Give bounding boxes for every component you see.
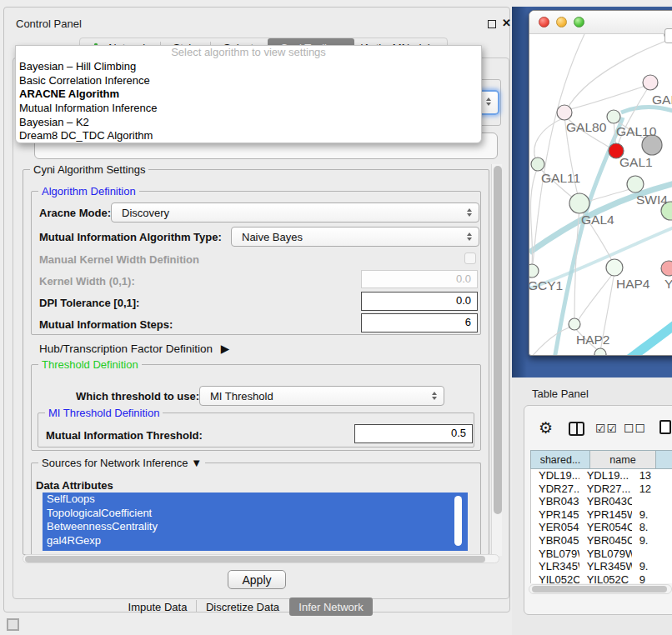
network-node[interactable] [607, 110, 620, 123]
dock-grip-icon[interactable] [7, 618, 19, 631]
data-attributes-list[interactable]: SelfLoops TopologicalCoefficient Between… [43, 492, 468, 551]
network-window-titlebar[interactable] [529, 11, 672, 34]
aracne-mode-label: Aracne Mode: [39, 207, 111, 219]
network-node[interactable] [569, 318, 580, 330]
node-label: GAL11 [541, 171, 580, 185]
manual-kernel-width-checkbox[interactable] [464, 252, 476, 264]
network-node[interactable] [594, 348, 606, 356]
table-row[interactable]: YDR27...YDR27...12 [531, 482, 672, 496]
table-row[interactable]: YBR043CYBR043C [531, 495, 672, 508]
network-node[interactable] [606, 259, 623, 276]
network-edge[interactable] [624, 322, 672, 356]
network-view-window[interactable]: GAL GAL80 GAL10 GAL1 GAL11 SWI4 GAL4 GCY… [529, 10, 672, 356]
combo-value: Discovery [122, 207, 169, 219]
mi-steps-label: Mutual Information Steps: [39, 318, 173, 331]
dropdown-item[interactable]: Dream8 DC_TDC Algorithm [16, 129, 481, 143]
network-node[interactable] [557, 105, 572, 120]
combo-arrows-icon [432, 392, 437, 400]
table-row[interactable]: YBR045CYBR045C9. [531, 534, 672, 548]
node-label: GAL1 [619, 155, 653, 169]
node-label: HAP4 [616, 277, 650, 291]
table-row[interactable]: YBL079WYBL079W [531, 548, 672, 561]
table-row[interactable]: YER054CYER054C8. [531, 521, 672, 534]
network-canvas[interactable]: GAL GAL80 GAL10 GAL1 GAL11 SWI4 GAL4 GCY… [529, 34, 672, 356]
dropdown-item-selected[interactable]: ARACNE Algorithm [16, 88, 481, 102]
settings-vertical-scrollbar[interactable] [491, 164, 502, 556]
dropdown-prompt: Select algorithm to view settings [16, 46, 481, 60]
combo-arrows-icon [467, 208, 472, 217]
combo-arrows-icon [486, 98, 491, 106]
document-icon[interactable] [659, 420, 671, 434]
column-header-shared-name[interactable]: shared... [530, 450, 590, 469]
expand-arrow-icon: ▶ [221, 342, 229, 355]
scrollbar-thumb[interactable] [494, 166, 502, 514]
list-scrollbar-thumb[interactable] [454, 496, 462, 546]
dropdown-item[interactable]: Basic Correlation Inference [16, 74, 481, 88]
dropdown-item[interactable]: Bayesian – Hill Climbing [16, 60, 481, 74]
tab-separator [196, 600, 197, 612]
tab-impute-data[interactable]: Impute Data [123, 598, 193, 616]
scrollbar-thumb[interactable] [532, 586, 667, 592]
collapse-arrow-icon[interactable]: ▼ [191, 457, 202, 469]
gear-icon[interactable]: ⚙ [539, 418, 553, 438]
group-title: Sources for Network Inference ▼ [38, 457, 205, 469]
clipped-scroll-box [664, 28, 672, 43]
data-attributes-label: Data Attributes [36, 479, 113, 492]
hub-factor-definition-toggle[interactable]: Hub/Transcription Factor Definition ▶ [39, 342, 229, 355]
network-node[interactable] [569, 193, 589, 213]
group-title: Algorithm Definition [38, 185, 139, 198]
float-window-icon[interactable] [488, 20, 496, 28]
table-panel-title: Table Panel [532, 388, 589, 400]
dpi-tolerance-label: DPI Tolerance [0,1]: [39, 297, 139, 309]
node-label: Y [664, 277, 672, 291]
mi-threshold-label: Mutual Information Threshold: [46, 429, 203, 442]
split-columns-icon[interactable] [569, 422, 584, 436]
zoom-traffic-light-icon[interactable] [574, 17, 584, 28]
deselect-all-icon[interactable]: ☐☐ [624, 422, 646, 435]
tab-discretize-data[interactable]: Discretize Data [198, 598, 288, 616]
table-row[interactable]: YIL052CYIL052C9 [531, 573, 672, 583]
dpi-tolerance-field[interactable]: 0.0 [361, 292, 478, 311]
table-row[interactable]: YDL19...YDL19...13 [531, 469, 672, 482]
list-item[interactable]: BetweennessCentrality [43, 520, 468, 534]
minimize-traffic-light-icon[interactable] [556, 17, 567, 28]
column-header-name[interactable]: name [589, 450, 656, 469]
table-row[interactable]: YPR145WYPR145W9. [531, 508, 672, 522]
network-node[interactable] [531, 158, 544, 171]
table-body: YDL19...YDL19...13 YDR27...YDR27...12 YB… [530, 469, 672, 583]
bottom-tab-bar: Impute Data Discretize Data Infer Networ… [104, 598, 421, 616]
kernel-width-field[interactable]: 0.0 [361, 270, 478, 288]
group-title: Threshold Definition [38, 358, 142, 371]
table-row[interactable]: YLR345WYLR345W9. [531, 560, 672, 573]
node-label: GAL80 [566, 120, 607, 134]
mi-steps-field[interactable]: 6 [361, 313, 478, 332]
node-label: GCY1 [529, 278, 563, 292]
list-item[interactable]: gal4RGexp [43, 534, 468, 548]
close-traffic-light-icon[interactable] [539, 17, 549, 28]
scrollbar-thumb[interactable] [25, 556, 485, 562]
mi-algorithm-type-combobox[interactable]: Naive Bayes [231, 227, 479, 247]
tab-infer-network[interactable]: Infer Network [289, 598, 373, 616]
table-horizontal-scrollbar[interactable] [529, 584, 672, 594]
network-node[interactable] [661, 261, 672, 276]
select-all-checked-icon[interactable]: ☑☑ [595, 422, 618, 435]
dropdown-item[interactable]: Bayesian – K2 [16, 116, 481, 130]
network-node[interactable] [643, 75, 658, 90]
combo-arrows-icon [467, 232, 472, 241]
column-header-clipped[interactable] [655, 450, 672, 469]
list-item[interactable]: SelfLoops [43, 492, 468, 507]
settings-horizontal-scrollbar[interactable] [23, 554, 499, 563]
control-panel-title: Control Panel [16, 18, 82, 30]
network-node[interactable] [627, 176, 644, 192]
aracne-mode-combobox[interactable]: Discovery [111, 202, 479, 222]
dropdown-item[interactable]: Mutual Information Inference [16, 102, 481, 116]
network-node[interactable] [529, 264, 539, 278]
which-threshold-combobox[interactable]: MI Threshold [199, 386, 444, 406]
apply-button[interactable]: Apply [228, 570, 286, 589]
mi-threshold-field[interactable]: 0.5 [354, 424, 473, 443]
list-item[interactable]: TopologicalCoefficient [43, 507, 468, 521]
group-title: MI Threshold Definition [45, 407, 163, 419]
algorithm-dropdown-popup: Select algorithm to view settings Bayesi… [15, 45, 482, 143]
close-icon[interactable]: ✕ [502, 17, 511, 29]
network-edge[interactable] [621, 107, 672, 112]
